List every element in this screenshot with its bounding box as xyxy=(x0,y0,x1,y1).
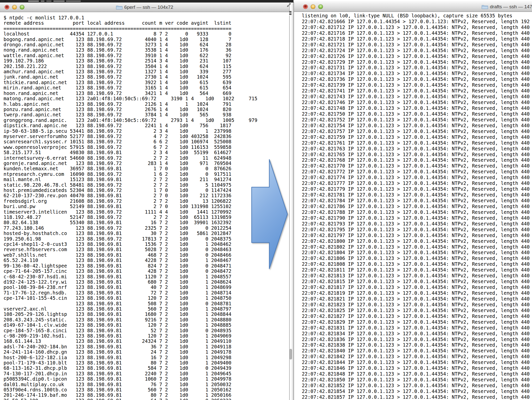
tcpdump-request-line: 22:07:42.821666 IP 127.0.0.1.44354 > 127… xyxy=(302,19,532,24)
monlist-row: 65.52.24.110 123 88.198.69.81 4228 7 2 1… xyxy=(4,258,289,263)
background-window-strip xyxy=(0,0,293,3)
strip-dash xyxy=(41,1,44,2)
tcpdump-response-line: 22:07:42.821793 IP 127.0.0.1.123 > 127.0… xyxy=(302,221,532,227)
tcpdump-response-line: 22:07:42.821804 IP 127.0.0.1.123 > 127.0… xyxy=(302,250,532,255)
monlist-row: ip-50-63-188-5.ip.secu 53441 88.198.69.7… xyxy=(4,128,289,134)
tcpdump-response-line: 22:07:42.821838 IP 127.0.0.1.123 > 127.0… xyxy=(302,342,532,348)
right-terminal-output[interactable]: listening on lo0, link-type NULL (BSD lo… xyxy=(294,12,532,400)
tcpdump-response-line: 22:07:42.821797 IP 127.0.0.1.123 > 127.0… xyxy=(302,232,532,238)
monlist-row: localhost 44354 127.0.0.1 8 7 2 0 9333 0 xyxy=(4,31,289,37)
monlist-row: 199.250.61.98 123 88.198.69.72 17813 7 2… xyxy=(4,236,289,242)
monlist-row: gorenje.rand.apnic.net 123 88.198.69.72 … xyxy=(4,161,289,166)
monlist-row: 68-113-162-31.dhcp.plb 123 88.198.69.81 … xyxy=(4,365,289,371)
monlist-row: 168.61.144.13 123 88.198.69.81 24324 7 2… xyxy=(4,339,289,344)
left-terminal-output[interactable]: $ ntpdc -c monlist 127.0.0.1remote addre… xyxy=(0,12,289,400)
arrow-right-graphic xyxy=(250,156,290,272)
tcpdump-response-line: 22:07:42.821777 IP 127.0.0.1.123 > 127.0… xyxy=(302,180,532,186)
terminal-window-ntpdc: 6perf — ssh — 104x72 $ ntpdc -c monlist … xyxy=(0,3,290,400)
monlist-row: c-98-209-219-102.hsd1. 123 88.198.69.81 … xyxy=(4,333,289,339)
monlist-row: mirin.rand.apnic.net 123 88.198.69.72 31… xyxy=(4,85,289,90)
strip-dash xyxy=(46,1,51,2)
tcpdump-response-line: 22:07:42.821836 IP 127.0.0.1.123 > 127.0… xyxy=(302,337,532,342)
monlist-row: reverse.hfbservers.com 123 88.198.69.81 … xyxy=(4,247,289,252)
tcpdump-response-line: 22:07:42.821788 IP 127.0.0.1.123 > 127.0… xyxy=(302,209,532,215)
tcpdump-response-line: 22:07:42.821821 IP 127.0.0.1.123 > 127.0… xyxy=(302,296,532,302)
monlist-row: 62-210-137-230.rev.pon 40470 88.198.69.8… xyxy=(4,193,289,198)
tcpdump-response-line: 22:07:42.821827 IP 127.0.0.1.123 > 127.0… xyxy=(302,313,532,319)
tcpdump-response-line: 22:07:42.821770 IP 127.0.0.1.123 > 127.0… xyxy=(302,163,532,169)
tcpdump-response-line: 22:07:42.821834 IP 127.0.0.1.123 > 127.0… xyxy=(302,331,532,337)
tcpdump-response-line: 22:07:42.821806 IP 127.0.0.1.123 > 127.0… xyxy=(302,255,532,261)
monlist-row: scanresearch1.syssec.r 10151 88.198.69.7… xyxy=(4,139,289,144)
monlist-row: 108-205-29-126.lightsp 123 88.198.69.81 … xyxy=(4,312,289,317)
minimize-button[interactable] xyxy=(311,4,315,9)
tcpdump-response-line: 22:07:42.821854 IP 127.0.0.1.123 > 127.0… xyxy=(302,388,532,394)
tcpdump-response-line: 22:07:42.821857 IP 127.0.0.1.123 > 127.0… xyxy=(302,394,532,400)
monlist-row: d149-67-104-1.clv.wide 123 88.198.69.81 … xyxy=(4,322,289,328)
zoom-button[interactable] xyxy=(318,4,323,9)
window-resize-icon[interactable] xyxy=(286,2,292,8)
window-title: 6perf — ssh — 104x72 xyxy=(124,5,173,10)
tcpdump-response-line: 22:07:42.821831 IP 127.0.0.1.123 > 127.0… xyxy=(302,325,532,331)
monlist-row: host-200-6-122-182.iia 123 88.198.69.81 … xyxy=(4,355,289,360)
folder-icon xyxy=(482,4,488,9)
right-titlebar[interactable]: drafts — ssh — 147 xyxy=(294,2,532,12)
monlist-row: 118.192.48.27 52147 88.198.69.72 2 7 2 1… xyxy=(4,215,289,220)
monlist-row: vserver2.axc.nl 123 88.198.69.81 560 7 2… xyxy=(4,306,289,312)
tcpdump-response-line: 22:07:42.821781 IP 127.0.0.1.123 > 127.0… xyxy=(302,192,532,198)
monlist-row: 208.43.243.245-static. 123 88.198.69.81 … xyxy=(4,317,289,322)
tcpdump-response-line: 22:07:42.821741 IP 127.0.0.1.123 > 127.0… xyxy=(302,88,532,94)
strip-dash xyxy=(28,1,39,2)
tcpdump-response-line: 22:07:42.821825 IP 127.0.0.1.123 > 127.0… xyxy=(302,308,532,313)
tcpdump-response-line: 22:07:42.821748 IP 127.0.0.1.123 > 127.0… xyxy=(302,105,532,111)
tcpdump-response-line: 22:07:42.821772 IP 127.0.0.1.123 > 127.0… xyxy=(302,169,532,175)
tcpdump-response-line: 22:07:42.821815 IP 127.0.0.1.123 > 127.0… xyxy=(302,279,532,284)
tcpdump-response-line: 22:07:42.821761 IP 127.0.0.1.123 > 127.0… xyxy=(302,140,532,146)
close-button[interactable] xyxy=(303,4,308,9)
tcpdump-response-line: 22:07:42.821718 IP 127.0.0.1.123 > 127.0… xyxy=(302,36,532,42)
left-titlebar[interactable]: 6perf — ssh — 104x72 xyxy=(0,3,289,12)
tcpdump-response-line: 22:07:42.821739 IP 127.0.0.1.123 > 127.0… xyxy=(302,82,532,88)
tcpdump-response-line: 22:07:42.821731 IP 127.0.0.1.123 > 127.0… xyxy=(302,65,532,71)
scrollbar-thumb[interactable] xyxy=(289,349,292,359)
monlist-separator: ========================================… xyxy=(4,26,289,31)
tcpdump-response-line: 22:07:42.821819 IP 127.0.0.1.123 > 127.0… xyxy=(302,290,532,296)
monlist-row-partial: 26.50.53.190 123 88.198.69.81 64 7 2 1d0… xyxy=(4,398,289,400)
monlist-row: web7.sh3lls.net 123 88.198.69.81 468 7 2… xyxy=(4,252,289,258)
monlist-row: bogong.rand.apnic.net 123 88.198.69.72 4… xyxy=(4,37,289,42)
tcpdump-response-line: 22:07:42.821724 IP 127.0.0.1.123 > 127.0… xyxy=(302,48,532,53)
tcpdump-response-line: 22:07:42.821734 IP 127.0.0.1.123 > 127.0… xyxy=(302,71,532,76)
tcpdump-response-line: 22:07:42.821844 IP 127.0.0.1.123 > 127.0… xyxy=(302,359,532,365)
tcpdump-response-line: 22:07:42.821795 IP 127.0.0.1.123 > 127.0… xyxy=(302,227,532,232)
monlist-header: remote address port local address count … xyxy=(4,20,289,26)
monlist-row: 80.82.64.138 55340 88.198.69.81 16 7 2 1… xyxy=(4,220,289,225)
tcpdump-response-line: 22:07:42.821800 IP 127.0.0.1.123 > 127.0… xyxy=(302,238,532,244)
monlist-row: 24-241-114-160.dhcp.gn 123 88.198.69.81 … xyxy=(4,349,289,355)
monlist-row: static.98.220.46.78.cl 58481 88.198.69.7… xyxy=(4,182,289,188)
monlist-row: amchur.rand.apnic.net 123 88.198.69.72 1… xyxy=(4,69,289,74)
monlist-row: 123 88.198.69.81 508 7 2 1d0 0 2048781 xyxy=(4,301,289,306)
right-title-group: drafts — ssh — 147 xyxy=(482,2,532,12)
monlist-row: kunden.telemaxx.net 36957 88.198.69.81 1… xyxy=(4,166,289,171)
monlist-row: 99-136-80-42.lightspee 123 88.198.69.81 … xyxy=(4,263,289,269)
tcpdump-response-line: 22:07:42.821757 IP 127.0.0.1.123 > 127.0… xyxy=(302,128,532,134)
monlist-row: ntpresearch.cymru.com 16090 88.198.69.72… xyxy=(4,172,289,177)
tcpdump-response-line: 22:07:42.821790 IP 127.0.0.1.123 > 127.0… xyxy=(302,215,532,221)
monlist-row: www.openresolverprojec 57915 88.198.69.7… xyxy=(4,145,289,150)
monlist-row: mail.mante.nl 15123 88.198.69.81 2 7 2 1… xyxy=(4,177,289,182)
monlist-row: 201-246-174-119.baf.mo 123 88.198.69.81 … xyxy=(4,392,289,398)
monlist-row: dal01.multiplay.co.uk 123 88.198.69.81 7… xyxy=(4,382,289,387)
tcpdump-response-line: 22:07:42.821779 IP 127.0.0.1.123 > 127.0… xyxy=(302,186,532,192)
monlist-row: 71-17-76-12.regn.hsdb. 123 88.198.69.81 … xyxy=(4,290,289,295)
monlist-row: 202.158.221.222 123 88.198.69.72 3504 1 … xyxy=(4,64,289,69)
monlist-row: buri.und.pw 52149 88.198.69.81 2 7 0 1d0… xyxy=(4,204,289,209)
background-text-fragment xyxy=(289,11,291,16)
monlist-row: twerp.rand.apnic.net 123 88.198.69.72 37… xyxy=(4,112,289,117)
tcpdump-response-line: 22:07:42.821850 IP 127.0.0.1.123 > 127.0… xyxy=(302,377,532,383)
strip-dash xyxy=(53,1,65,2)
tcpdump-response-line: 22:07:42.821763 IP 127.0.0.1.123 > 127.0… xyxy=(302,146,532,152)
monlist-row: 58.215.177.51 49830 88.198.69.81 2 3 4 1… xyxy=(4,150,289,155)
tcpdump-response-line: 22:07:42.821808 IP 127.0.0.1.123 > 127.0… xyxy=(302,261,532,267)
window-title: drafts — ssh — 147 xyxy=(490,4,532,10)
monlist-row: matong.rand.apnic.net 123 2a01:4f8:140:5… xyxy=(4,96,289,101)
